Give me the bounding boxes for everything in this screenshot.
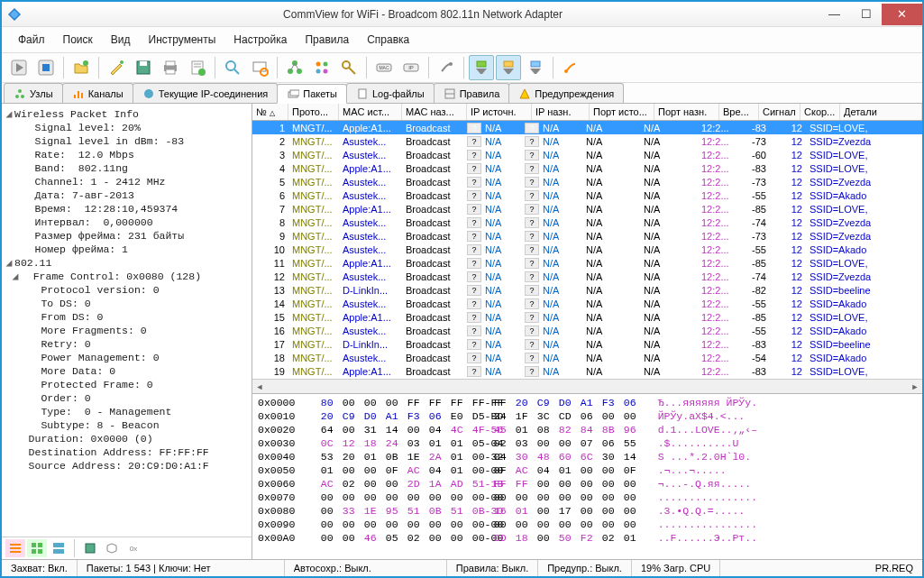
hex-row[interactable]: 0x0080 00 33 1E 95 51 0B 51 0B-3D 16 01 …: [258, 504, 917, 518]
minimize-button[interactable]: [819, 4, 850, 25]
col-header[interactable]: IP назн.: [532, 104, 590, 120]
ip-button[interactable]: IP: [398, 55, 424, 80]
packet-row[interactable]: 8MNGT/...Asustek...Broadcast?N/A?N/AN/AN…: [252, 216, 922, 229]
filter-button[interactable]: [247, 55, 272, 80]
tab-alerts[interactable]: Предупреждения: [508, 83, 624, 103]
svg-rect-5: [42, 64, 50, 71]
wizard-button[interactable]: [104, 55, 129, 80]
packet-row[interactable]: 13MNGT/...D-LinkIn...Broadcast?N/A?N/AN/…: [252, 283, 922, 297]
nodes-button[interactable]: [309, 55, 334, 80]
svg-rect-55: [10, 547, 21, 549]
packet-row[interactable]: 10MNGT/...Asustek...Broadcast?N/A?N/AN/A…: [252, 243, 922, 256]
packet-row[interactable]: 17MNGT/...D-LinkIn...Broadcast?N/A?N/AN/…: [252, 337, 922, 351]
menu-3[interactable]: Инструменты: [140, 31, 225, 49]
packet-row[interactable]: 19MNGT/...Apple:A1...Broadcast?N/A?N/AN/…: [252, 364, 922, 378]
packet-row[interactable]: 6MNGT/...Asustek...Broadcast?N/A?N/AN/AN…: [252, 188, 922, 202]
close-button[interactable]: [882, 4, 922, 25]
svg-point-36: [449, 62, 453, 66]
hex-row[interactable]: 0x0000 80 00 00 00 FF FF FF FF-FF FF 20 …: [258, 396, 917, 409]
packet-row[interactable]: 15MNGT/...Apple:A1...Broadcast?N/A?N/AN/…: [252, 310, 922, 324]
view-grid-button[interactable]: [27, 539, 47, 557]
filter-m-button[interactable]: [496, 55, 521, 80]
tab-channels[interactable]: Каналы: [62, 83, 133, 103]
hex-row[interactable]: 0x0010 20 C9 D0 A1 F3 06 E0 D5-BD 34 1F …: [258, 409, 917, 423]
hex-row[interactable]: 0x0020 64 00 31 14 00 04 4C 4F-56 45 01 …: [258, 423, 917, 436]
packet-row[interactable]: 4MNGT/...Apple:A1...Broadcast?N/A?N/AN/A…: [252, 161, 922, 175]
hex-row[interactable]: 0x00A0 00 00 46 05 02 00 00 00-00 DD 18 …: [258, 531, 917, 545]
tab-ip[interactable]: Текущие IP-соединения: [133, 83, 279, 103]
menu-4[interactable]: Настройка: [224, 31, 296, 49]
packet-row[interactable]: 14MNGT/...Asustek...Broadcast?N/A?N/AN/A…: [252, 297, 922, 310]
search-button[interactable]: [220, 55, 245, 80]
maximize-button[interactable]: [850, 4, 882, 25]
tab-nodes[interactable]: Узлы: [4, 83, 63, 103]
view-detail-button[interactable]: [49, 539, 69, 557]
horizontal-scrollbar[interactable]: ◄►: [252, 379, 922, 393]
packet-row[interactable]: 18MNGT/...Asustek...Broadcast?N/A?N/AN/A…: [252, 351, 922, 364]
packet-row[interactable]: 11MNGT/...Apple:A1...Broadcast?N/A?N/AN/…: [252, 256, 922, 270]
tab-packets[interactable]: Пакеты: [277, 84, 347, 104]
hex-button[interactable]: 0x: [124, 539, 143, 557]
col-header[interactable]: Скор...: [800, 104, 840, 120]
col-header[interactable]: IP источн.: [467, 104, 532, 120]
packet-row[interactable]: 3MNGT/...Asustek...Broadcast?N/A?N/AN/AN…: [252, 148, 922, 161]
ip-icon: [142, 87, 155, 100]
menu-2[interactable]: Вид: [102, 31, 140, 49]
hex-dump-pane[interactable]: 0x0000 80 00 00 00 FF FF FF FF-FF FF 20 …: [252, 393, 922, 559]
hex-row[interactable]: 0x0030 0C 12 18 24 03 01 01 05-04 02 03 …: [258, 436, 917, 450]
toolbar: MAC IP: [2, 53, 922, 83]
packet-grid-body[interactable]: 1MNGT/...Apple:A1...Broadcast?N/A?N/AN/A…: [252, 121, 922, 379]
play-button[interactable]: [6, 55, 32, 80]
log-button[interactable]: [185, 55, 210, 80]
col-header[interactable]: Порт исто...: [590, 104, 654, 120]
col-header[interactable]: Вре...: [719, 104, 759, 120]
col-header[interactable]: № △: [252, 104, 288, 120]
export-button[interactable]: [102, 539, 122, 557]
packet-tree[interactable]: ◢Wireless Packet Info Signal level: 20% …: [2, 104, 252, 537]
menu-6[interactable]: Справка: [358, 31, 418, 49]
packet-row[interactable]: 2MNGT/...Asustek...Broadcast?N/A?N/AN/AN…: [252, 134, 922, 148]
print-button[interactable]: [158, 55, 183, 80]
network-button[interactable]: [282, 55, 307, 80]
svg-rect-44: [74, 95, 76, 98]
packet-row[interactable]: 5MNGT/...Asustek...Broadcast?N/A?N/AN/AN…: [252, 175, 922, 188]
col-header[interactable]: Сигнал: [759, 104, 800, 120]
col-header[interactable]: Порт назн.: [654, 104, 719, 120]
menu-1[interactable]: Поиск: [54, 31, 102, 49]
hex-row[interactable]: 0x0060 AC 02 00 00 2D 1A AD 51-1B FF FF …: [258, 477, 917, 491]
hex-row[interactable]: 0x0070 00 00 00 00 00 00 00 00-00 00 00 …: [258, 491, 917, 504]
view-list-button[interactable]: [5, 539, 25, 557]
key-button[interactable]: [336, 55, 361, 80]
settings-button[interactable]: [434, 55, 459, 80]
col-header[interactable]: MAC ист...: [339, 104, 402, 120]
tab-log[interactable]: Log-файлы: [346, 83, 435, 103]
menu-5[interactable]: Правила: [296, 31, 358, 49]
save-tree-button[interactable]: [80, 539, 100, 557]
stop-button[interactable]: [33, 55, 59, 80]
packet-row[interactable]: 1MNGT/...Apple:A1...Broadcast?N/A?N/AN/A…: [252, 121, 922, 134]
hex-row[interactable]: 0x0040 53 20 01 0B 1E 2A 01 00-32 04 30 …: [258, 450, 917, 463]
save-button[interactable]: [131, 55, 156, 80]
packet-row[interactable]: 12MNGT/...Asustek...Broadcast?N/A?N/AN/A…: [252, 270, 922, 283]
packet-grid-header[interactable]: № △Прото...MAC ист...MAC наз...IP источн…: [252, 104, 922, 121]
col-header[interactable]: Детали: [840, 104, 922, 120]
packet-row[interactable]: 9MNGT/...Asustek...Broadcast?N/A?N/AN/AN…: [252, 229, 922, 243]
channels-icon: [72, 87, 85, 100]
filter-c-button[interactable]: [523, 55, 548, 80]
col-header[interactable]: MAC наз...: [402, 104, 467, 120]
tools-button[interactable]: [558, 55, 583, 80]
hex-row[interactable]: 0x0090 00 00 00 00 00 00 00 00-00 00 00 …: [258, 518, 917, 531]
rules-icon: [444, 87, 456, 100]
menu-0[interactable]: Файл: [9, 31, 54, 49]
mac-button[interactable]: MAC: [371, 55, 397, 80]
packet-row[interactable]: 7MNGT/...Apple:A1...Broadcast?N/A?N/AN/A…: [252, 202, 922, 216]
tab-bar: УзлыКаналыТекущие IP-соединенияПакетыLog…: [2, 83, 922, 104]
hex-row[interactable]: 0x0050 01 00 00 0F AC 04 01 00-00 0F AC …: [258, 463, 917, 477]
tab-rules[interactable]: Правила: [434, 83, 510, 103]
packet-row[interactable]: 16MNGT/...Asustek...Broadcast?N/A?N/AN/A…: [252, 324, 922, 337]
col-header[interactable]: Прото...: [288, 104, 339, 120]
status-alerts: Предупр.: Выкл.: [538, 560, 632, 576]
filter-d-button[interactable]: [469, 55, 494, 80]
open-button[interactable]: [69, 55, 94, 80]
svg-point-30: [343, 61, 350, 69]
